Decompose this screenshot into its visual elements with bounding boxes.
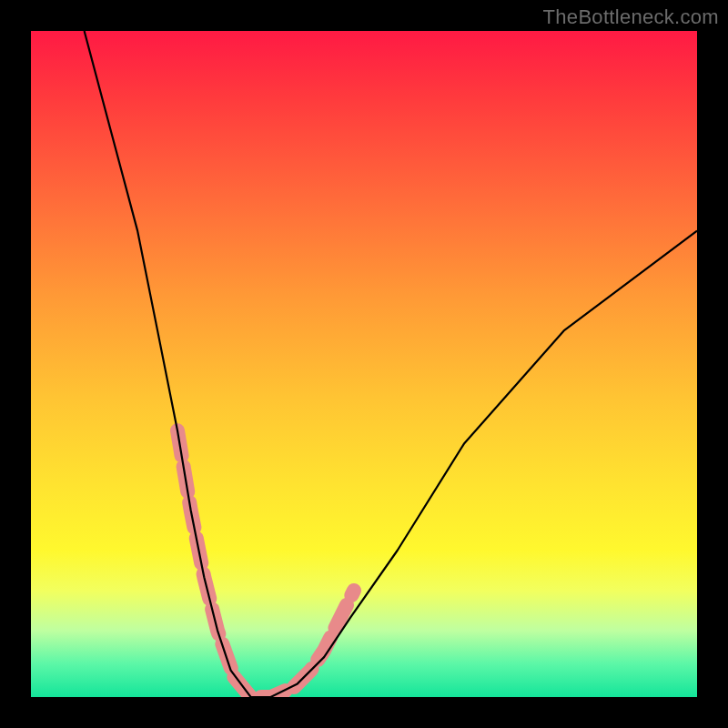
watermark-text: TheBottleneck.com [543,5,719,29]
right-ascent-highlight [294,591,354,687]
plot-area [31,31,697,697]
left-descent-highlight [177,430,234,677]
valley-highlight [234,677,294,697]
chart-frame: TheBottleneck.com [0,0,728,728]
curve-svg [31,31,697,697]
bottleneck-curve [85,31,697,697]
